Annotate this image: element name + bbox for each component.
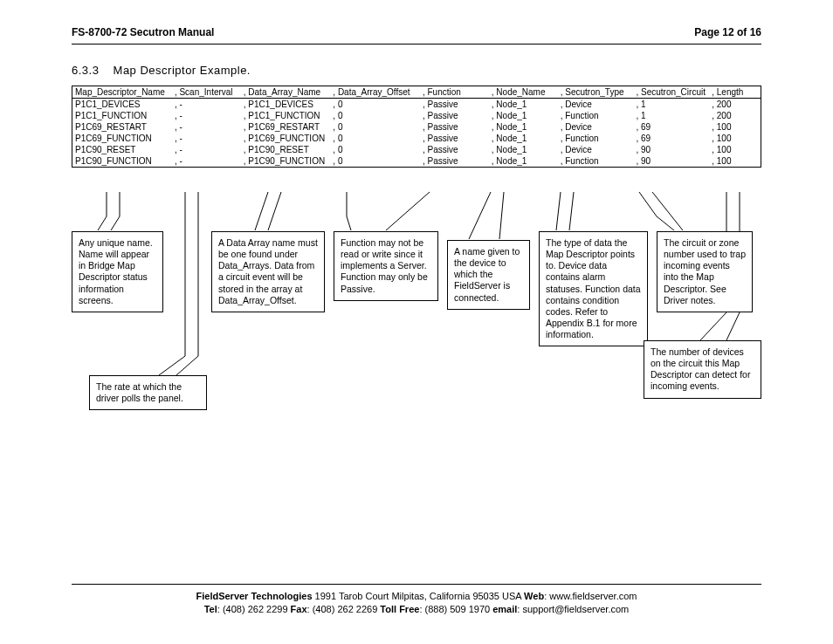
callout-function: Function may not be read or write since … [334,231,438,301]
footer-fax-value: : (408) 262 2269 [307,604,381,614]
table-body: P1C1_DEVICES, -, P1C1_DEVICES, 0, Passiv… [72,99,761,168]
table-row: P1C1_DEVICES, -, P1C1_DEVICES, 0, Passiv… [72,99,761,111]
col-node-name: , Node_Name [489,86,558,99]
section-title-text: Map Descriptor Example. [114,64,251,77]
footer-fax-label: Fax [291,604,307,614]
col-length: , Length [709,86,761,99]
doc-title: FS-8700-72 Secutron Manual [72,26,214,38]
footer-web-value: : www.fieldserver.com [544,591,637,601]
footer-tel-value: : (408) 262 2299 [217,604,291,614]
table-row: P1C90_RESET, -, P1C90_RESET, 0, Passive,… [72,144,761,155]
table-header-row: Map_Descriptor_Name , Scan_Interval , Da… [72,86,761,99]
footer-company: FieldServer Technologies [196,591,312,601]
footer-line-2: Tel: (408) 262 2299 Fax: (408) 262 2269 … [72,603,761,616]
table-row: P1C90_FUNCTION, -, P1C90_FUNCTION, 0, Pa… [72,155,761,168]
col-secutron-circuit: , Secutron_Circuit [633,86,709,99]
callout-map-descriptor-name: Any unique name. Name will appear in Bri… [72,231,163,312]
callout-scan-interval: The rate at which the driver polls the p… [89,375,207,410]
footer-web-label: Web [524,591,544,601]
section-heading: 6.3.3 Map Descriptor Example. [72,64,761,77]
col-secutron-type: , Secutron_Type [558,86,634,99]
table-row: P1C69_RESTART, -, P1C69_RESTART, 0, Pass… [72,121,761,133]
col-map-descriptor-name: Map_Descriptor_Name [72,86,172,99]
footer-email-label: email [492,604,517,614]
callouts-layer: Any unique name. Name will appear in Bri… [72,192,761,419]
map-descriptor-table: Map_Descriptor_Name , Scan_Interval , Da… [72,86,761,168]
footer-tollfree-label: Toll Free [380,604,419,614]
col-data-array-name: , Data_Array_Name [241,86,331,99]
footer-email-value: : support@fieldserver.com [517,604,629,614]
footer-tollfree-value: : (888) 509 1970 [419,604,492,614]
footer-address: 1991 Tarob Court Milpitas, California 95… [313,591,525,601]
callout-node-name: A name given to the device to which the … [447,240,530,310]
col-data-array-offset: , Data_Array_Offset [330,86,420,99]
col-function: , Function [420,86,489,99]
page-body: FS-8700-72 Secutron Manual Page 12 of 16… [72,26,761,168]
section-number: 6.3.3 [72,64,99,77]
callout-data-array: A Data Array name must be one found unde… [211,231,325,312]
page-footer: FieldServer Technologies 1991 Tarob Cour… [72,584,761,616]
footer-line-1: FieldServer Technologies 1991 Tarob Cour… [72,590,761,603]
table-row: P1C1_FUNCTION, -, P1C1_FUNCTION, 0, Pass… [72,110,761,121]
page-number: Page 12 of 16 [694,26,761,38]
footer-tel-label: Tel [204,604,217,614]
table-row: P1C69_FUNCTION, -, P1C69_FUNCTION, 0, Pa… [72,133,761,144]
col-scan-interval: , Scan_Interval [172,86,241,99]
callout-secutron-type: The type of data the Map Descriptor poin… [539,231,648,346]
callout-secutron-circuit: The circuit or zone number used to trap … [657,231,753,312]
page-header: FS-8700-72 Secutron Manual Page 12 of 16 [72,26,761,45]
callout-length: The number of devices on the circuit thi… [644,340,761,399]
